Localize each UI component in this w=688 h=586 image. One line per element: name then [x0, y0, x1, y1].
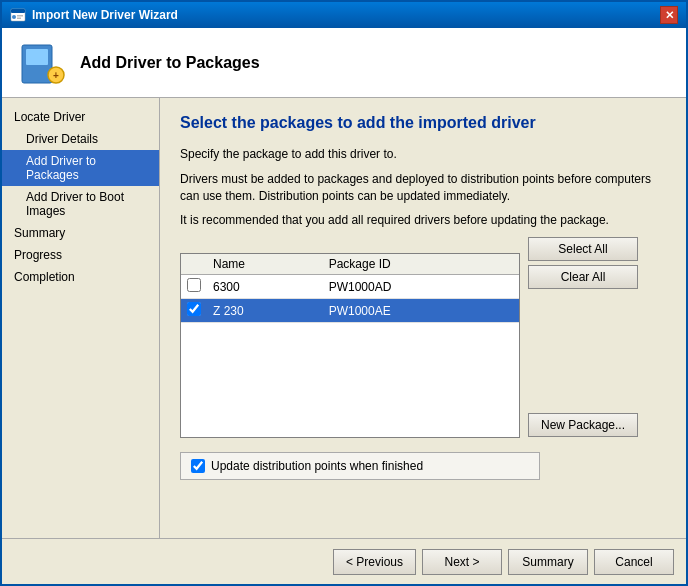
content-area: Select the packages to add the imported …: [160, 98, 686, 538]
header-icon: +: [18, 39, 66, 87]
select-all-button[interactable]: Select All: [528, 237, 638, 261]
wizard-icon: [10, 7, 26, 23]
svg-point-2: [12, 15, 16, 19]
sidebar-item-locate-driver[interactable]: Locate Driver: [2, 106, 159, 128]
row-package-z230: PW1000AE: [323, 299, 519, 323]
row-checkbox-6300[interactable]: [181, 275, 207, 299]
row-name-z230: Z 230: [207, 299, 323, 323]
sidebar-item-completion[interactable]: Completion: [2, 266, 159, 288]
sidebar-item-driver-details[interactable]: Driver Details: [2, 128, 159, 150]
title-bar: Import New Driver Wizard ✕: [2, 2, 686, 28]
summary-button[interactable]: Summary: [508, 549, 588, 575]
sidebar-item-add-driver-boot[interactable]: Add Driver to Boot Images: [2, 186, 159, 222]
update-distribution-checkbox[interactable]: [191, 459, 205, 473]
table-buttons: Select All Clear All New Package...: [528, 237, 638, 437]
clear-all-button[interactable]: Clear All: [528, 265, 638, 289]
header-title: Add Driver to Packages: [80, 54, 260, 72]
svg-rect-3: [17, 15, 23, 17]
bottom-bar: < Previous Next > Summary Cancel: [2, 538, 686, 584]
packages-table-container: Name Package ID 6300 PW1000AD: [180, 253, 520, 438]
col-package-id: Package ID: [323, 254, 519, 275]
new-package-button[interactable]: New Package...: [528, 413, 638, 437]
description-3: It is recommended that you add all requi…: [180, 212, 666, 229]
checkbox-6300[interactable]: [187, 278, 201, 292]
row-package-6300: PW1000AD: [323, 275, 519, 299]
sidebar-item-summary[interactable]: Summary: [2, 222, 159, 244]
main-content: Locate Driver Driver Details Add Driver …: [2, 98, 686, 538]
table-row: 6300 PW1000AD: [181, 275, 519, 299]
table-area: Name Package ID 6300 PW1000AD: [180, 237, 666, 438]
sidebar-item-add-driver-packages[interactable]: Add Driver to Packages: [2, 150, 159, 186]
cancel-button[interactable]: Cancel: [594, 549, 674, 575]
svg-text:+: +: [53, 70, 59, 81]
next-button[interactable]: Next >: [422, 549, 502, 575]
update-distribution-label: Update distribution points when finished: [211, 459, 423, 473]
description-1: Specify the package to add this driver t…: [180, 146, 666, 163]
wizard-window: Import New Driver Wizard ✕ + Add Driver …: [0, 0, 688, 586]
svg-rect-1: [11, 9, 25, 13]
sidebar-item-progress[interactable]: Progress: [2, 244, 159, 266]
row-checkbox-z230[interactable]: [181, 299, 207, 323]
page-title: Select the packages to add the imported …: [180, 114, 666, 132]
window-title: Import New Driver Wizard: [32, 8, 178, 22]
close-button[interactable]: ✕: [660, 6, 678, 24]
col-name: Name: [207, 254, 323, 275]
previous-button[interactable]: < Previous: [333, 549, 416, 575]
table-row: Z 230 PW1000AE: [181, 299, 519, 323]
packages-table: Name Package ID 6300 PW1000AD: [181, 254, 519, 323]
svg-rect-4: [17, 18, 21, 20]
col-checkbox: [181, 254, 207, 275]
update-checkbox-row: Update distribution points when finished: [180, 452, 540, 480]
description-2: Drivers must be added to packages and de…: [180, 171, 666, 205]
header-area: + Add Driver to Packages: [2, 28, 686, 98]
row-name-6300: 6300: [207, 275, 323, 299]
checkbox-z230[interactable]: [187, 302, 201, 316]
sidebar: Locate Driver Driver Details Add Driver …: [2, 98, 160, 538]
svg-rect-6: [26, 49, 48, 65]
